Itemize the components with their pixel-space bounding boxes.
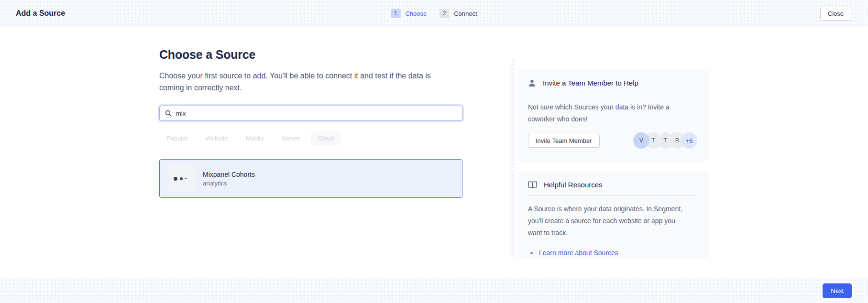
main-content: Choose a Source Choose your first source… (159, 27, 462, 198)
body-line: Not sure which Sources your data is in? … (528, 101, 697, 113)
logo-dot (185, 178, 187, 179)
next-button[interactable]: Next (823, 283, 852, 298)
source-name: Mixpanel Cohorts (203, 171, 255, 178)
close-button[interactable]: Close (820, 7, 851, 21)
bullet-point (530, 252, 533, 254)
step-number-badge: 1 (391, 9, 400, 18)
invite-team-member-card: Invite a Team Member to Help Not sure wh… (517, 70, 709, 161)
resources-card-title: Helpful Resources (544, 181, 603, 189)
category-tabs: Popular Website Mobile Server Cloud (166, 131, 462, 145)
team-avatar-stack: V T T R +6 (633, 132, 697, 149)
main-description: Choose your first source to add. You'll … (159, 70, 462, 94)
body-line: coworker who does! (528, 113, 697, 125)
step-connect[interactable]: 2 Connect (439, 9, 477, 18)
sidebar-divider-strip (511, 59, 516, 259)
logo-dot (174, 177, 177, 181)
step-label: Choose (405, 10, 427, 17)
page-title: Add a Source (16, 9, 65, 18)
person-icon (528, 79, 536, 87)
invite-team-member-button[interactable]: Invite Team Member (528, 134, 600, 148)
divider (528, 195, 697, 196)
tab-popular[interactable]: Popular (166, 135, 188, 142)
invite-actions-row: Invite Team Member V T T R +6 (528, 132, 697, 149)
avatar: V (633, 132, 649, 149)
step-label: Connect (454, 10, 477, 17)
invite-card-body: Not sure which Sources your data is in? … (528, 101, 697, 125)
header-bar: Add a Source 1 Choose 2 Connect Close (0, 0, 868, 27)
resource-link-item: Learn more about Sources (530, 249, 697, 257)
body-line: A Source is where your data originates. … (528, 203, 697, 215)
description-line: coming in correctly next. (159, 82, 462, 94)
source-text: Mixpanel Cohorts analytics (203, 171, 255, 187)
step-choose[interactable]: 1 Choose (391, 9, 427, 18)
source-result-mixpanel-cohorts[interactable]: Mixpanel Cohorts analytics (159, 159, 462, 198)
mixpanel-dots-logo (169, 166, 195, 192)
resources-card-header: Helpful Resources (528, 179, 697, 190)
body-line: you'll create a source for each website … (528, 215, 697, 227)
invite-card-title: Invite a Team Member to Help (543, 79, 638, 87)
divider (528, 94, 697, 94)
resources-card-body: A Source is where your data originates. … (528, 203, 697, 239)
add-source-wizard: Add a Source 1 Choose 2 Connect Close Ch… (0, 0, 868, 303)
search-icon (165, 110, 172, 117)
tab-mobile[interactable]: Mobile (246, 135, 264, 142)
tab-website[interactable]: Website (206, 135, 228, 142)
tab-server[interactable]: Server (282, 135, 300, 142)
learn-more-sources-link[interactable]: Learn more about Sources (539, 249, 618, 257)
body-line: want to track. (528, 227, 697, 239)
helpful-resources-card: Helpful Resources A Source is where your… (517, 172, 709, 259)
description-line: Choose your first source to add. You'll … (159, 70, 462, 82)
main-heading: Choose a Source (159, 48, 462, 62)
avatar-overflow-badge: +6 (681, 132, 697, 149)
tab-cloud[interactable]: Cloud (311, 131, 341, 145)
book-icon (528, 181, 537, 188)
invite-card-header: Invite a Team Member to Help (528, 77, 697, 88)
step-number-badge: 2 (439, 9, 449, 18)
logo-dot (180, 177, 183, 180)
source-search-box[interactable] (159, 106, 462, 121)
wizard-stepper: 1 Choose 2 Connect (391, 9, 477, 18)
footer-bar: Next (0, 278, 868, 303)
search-input[interactable] (176, 110, 457, 117)
source-category: analytics (203, 180, 255, 187)
